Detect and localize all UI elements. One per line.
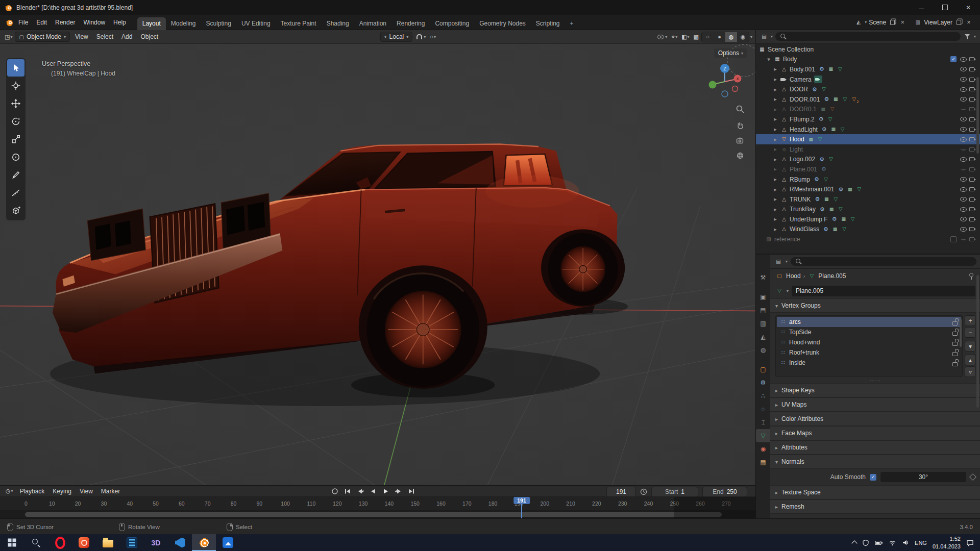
outliner-editor-caret[interactable]: ▾ <box>771 34 773 39</box>
workspace-tab[interactable]: Animation <box>354 17 391 30</box>
eye-off-icon[interactable] <box>959 145 967 153</box>
taskbar-app-opera[interactable] <box>48 534 72 551</box>
outliner-row[interactable]: DOOR0.1 <box>756 105 980 115</box>
cam-icon[interactable] <box>969 236 977 243</box>
vertex-groups-panel-header[interactable]: ▾Vertex Groups <box>770 298 980 313</box>
outliner-row[interactable]: Camera <box>756 74 980 85</box>
scale-tool[interactable] <box>7 131 24 148</box>
shading-material-button[interactable]: ◍ <box>725 32 737 42</box>
cam-icon[interactable] <box>969 206 977 213</box>
outliner-row[interactable]: RMeshmain.001 <box>756 184 980 194</box>
outliner-row[interactable]: DOOR <box>756 84 980 94</box>
snapping-toggle[interactable]: ▾ <box>413 33 427 41</box>
unlink-scene-icon[interactable] <box>898 18 906 26</box>
breadcrumb-object[interactable]: Hood <box>786 272 801 280</box>
close-button[interactable]: ✕ <box>957 0 980 15</box>
properties-section-header[interactable]: ▸Remesh <box>770 499 980 514</box>
lock-icon[interactable] <box>951 329 959 336</box>
record-button[interactable] <box>329 486 340 496</box>
cam-icon[interactable] <box>969 226 977 233</box>
visibility-dropdown[interactable]: ▾ <box>655 33 669 41</box>
timeline-ruler[interactable]: 0102030405060708090100110120130140150160… <box>0 497 755 510</box>
workspace-tab[interactable]: Compositing <box>430 17 474 30</box>
outliner-row[interactable]: TrunkBay <box>756 205 980 215</box>
taskbar-app-app-blue[interactable] <box>120 534 144 551</box>
menu-item[interactable]: Render <box>51 17 79 28</box>
cam-icon[interactable] <box>969 115 977 123</box>
workspace-tab[interactable]: Shading <box>322 17 354 30</box>
cam-icon[interactable] <box>969 86 977 93</box>
remove-viewlayer-icon[interactable] <box>965 18 973 26</box>
viewport-menu-item[interactable]: Object <box>136 32 162 42</box>
cam-icon[interactable] <box>969 65 977 73</box>
zoom-icon[interactable] <box>733 103 747 116</box>
pan-hand-icon[interactable] <box>733 118 747 132</box>
timeline-menu-item[interactable]: View <box>76 486 97 496</box>
eye-off-icon[interactable] <box>959 165 967 173</box>
menu-item[interactable]: Help <box>109 17 130 28</box>
add-cube-tool[interactable] <box>7 202 24 219</box>
preview-range-clock-icon[interactable] <box>640 488 647 495</box>
outliner-row[interactable]: Hood <box>756 134 980 144</box>
cam-icon[interactable] <box>969 186 977 193</box>
filter-caret[interactable]: ▾ <box>974 34 976 39</box>
workspace-tab[interactable]: Layout <box>137 17 166 30</box>
outliner-search-input[interactable] <box>775 32 961 41</box>
properties-tab-particles[interactable] <box>756 389 770 403</box>
notification-center-icon[interactable] <box>966 539 974 546</box>
timeline-menu-item[interactable]: Marker <box>97 486 124 496</box>
properties-section-header[interactable]: ▸Face Maps <box>770 426 980 440</box>
vertex-group-row[interactable]: Hood+wind <box>777 337 961 347</box>
keyboard-language[interactable]: ENG <box>915 540 927 546</box>
tray-shield-icon[interactable] <box>862 539 869 546</box>
properties-tab-data[interactable] <box>756 429 770 442</box>
jump-to-end-button[interactable] <box>406 486 417 496</box>
workspace-tab[interactable]: Modeling <box>166 17 201 30</box>
play-reverse-button[interactable] <box>368 486 379 496</box>
outliner-row[interactable]: reference <box>756 234 980 244</box>
outliner-row[interactable]: FBump.2 <box>756 114 980 124</box>
cam-icon[interactable] <box>969 56 977 63</box>
eye-icon[interactable] <box>959 115 967 123</box>
workspace-tab[interactable]: Texture Paint <box>276 17 322 30</box>
breadcrumb-data[interactable]: Plane.005 <box>818 272 846 280</box>
properties-section-header[interactable]: ▸Color Attributes <box>770 412 980 426</box>
properties-section-header[interactable]: ▸Attributes <box>770 440 980 455</box>
menu-item[interactable]: File <box>14 17 32 28</box>
previous-keyframe-button[interactable] <box>355 486 366 496</box>
outliner-scrollbar[interactable] <box>976 77 979 154</box>
timeline-scrollbar-thumb[interactable] <box>25 512 722 517</box>
annotate-tool[interactable] <box>7 166 24 184</box>
taskbar-app-app-red[interactable] <box>72 534 96 551</box>
workspace-tab[interactable]: Sculpting <box>201 17 236 30</box>
gizmo-minus-x-axis[interactable] <box>732 86 738 92</box>
normals-panel-header[interactable]: ▾Normals <box>770 455 980 469</box>
taskbar-app-photos[interactable] <box>216 534 240 551</box>
cam-icon[interactable] <box>969 145 977 153</box>
taskbar-app-app-3d[interactable]: 3D <box>144 534 168 551</box>
taskbar-clock[interactable]: 1:52 01.04.2023 <box>933 535 961 550</box>
add-vertex-group-button[interactable]: + <box>965 315 976 326</box>
taskbar-app-explorer[interactable] <box>96 534 120 551</box>
cam-icon[interactable] <box>969 215 977 223</box>
properties-tab-physics[interactable] <box>756 403 770 416</box>
taskbar-app-blender[interactable] <box>192 534 216 551</box>
select-box-tool[interactable] <box>7 59 24 77</box>
end-frame-field[interactable]: End250 <box>702 487 747 497</box>
lock-icon[interactable] <box>951 359 959 367</box>
vertex-group-row[interactable]: Inside <box>777 358 961 368</box>
properties-tab-tool[interactable] <box>756 271 770 284</box>
tray-expand-icon[interactable] <box>851 540 857 546</box>
outliner-row[interactable]: TRUNK <box>756 194 980 205</box>
outliner-row[interactable]: Logo.002 <box>756 155 980 165</box>
animate-property-icon[interactable] <box>969 473 976 481</box>
vertex-group-specials-button[interactable]: ▾ <box>965 341 976 352</box>
outliner-row[interactable]: Plane.001 <box>756 164 980 174</box>
lock-icon[interactable] <box>951 318 959 326</box>
measure-tool[interactable] <box>7 184 24 202</box>
properties-section-header[interactable]: ▸Texture Space <box>770 485 980 499</box>
timeline-menu-item[interactable]: Keying <box>48 486 76 496</box>
viewport-menu-item[interactable]: Add <box>117 32 136 42</box>
move-vertex-group-up-button[interactable]: ▴ <box>965 355 976 365</box>
eye-icon[interactable] <box>959 195 967 203</box>
